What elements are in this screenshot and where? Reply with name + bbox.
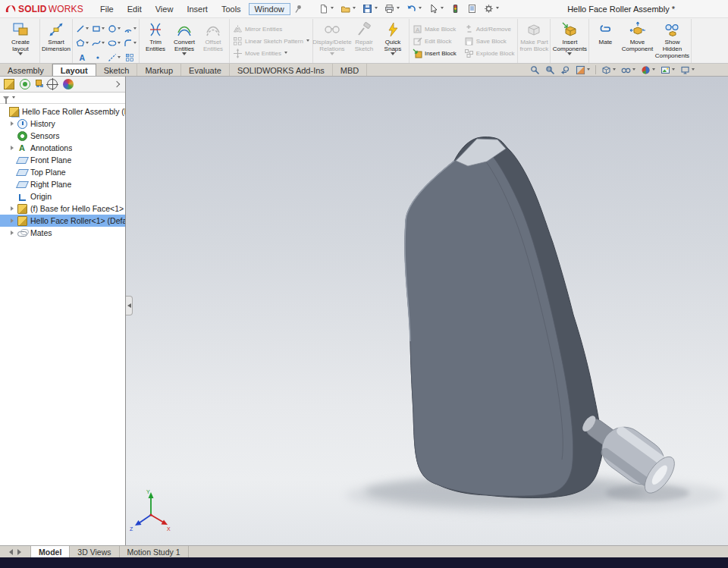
tree-item-sensors[interactable]: Sensors bbox=[0, 130, 125, 142]
dropdown-icon[interactable] bbox=[391, 52, 395, 58]
tab-evaluate[interactable]: Evaluate bbox=[181, 64, 230, 76]
centerline-tool-button[interactable] bbox=[106, 51, 121, 64]
model-body-front-face[interactable] bbox=[405, 146, 573, 496]
dropdown-icon[interactable] bbox=[567, 52, 572, 58]
dropdown-icon[interactable] bbox=[496, 7, 499, 11]
menu-file[interactable]: File bbox=[94, 3, 120, 15]
tab-layout[interactable]: Layout bbox=[52, 64, 96, 76]
show-hidden-components-button[interactable]: Show Hidden Components bbox=[654, 20, 689, 60]
dropdown-icon[interactable] bbox=[613, 68, 616, 72]
arc-tool-button[interactable] bbox=[122, 22, 137, 36]
save-button[interactable] bbox=[360, 2, 380, 15]
propertymanager-tab-icon[interactable] bbox=[20, 79, 30, 89]
tab-markup[interactable]: Markup bbox=[137, 64, 181, 76]
rebuild-button[interactable] bbox=[448, 2, 463, 15]
dropdown-icon[interactable] bbox=[86, 42, 89, 46]
trim-entities-button[interactable]: Trim Entities bbox=[141, 20, 170, 52]
configurationmanager-tab-icon[interactable] bbox=[36, 80, 42, 86]
offset-entities-button[interactable]: Offset Entities bbox=[199, 20, 228, 52]
dropdown-icon[interactable] bbox=[284, 52, 287, 55]
edit-block-button[interactable]: Edit Block bbox=[411, 36, 458, 46]
dropdown-icon[interactable] bbox=[330, 52, 334, 58]
model-3d-view[interactable]: Y X Z bbox=[126, 77, 728, 545]
dropdown-icon[interactable] bbox=[182, 52, 187, 58]
tree-item-roller-part[interactable]: Hello Face Roller<1> (Default bbox=[0, 215, 125, 227]
tree-item-origin[interactable]: Origin bbox=[0, 190, 125, 202]
dropdown-icon[interactable] bbox=[86, 27, 89, 31]
displaymanager-tab-icon[interactable] bbox=[63, 79, 74, 89]
make-part-from-block-button[interactable]: Make Part from Block bbox=[519, 20, 548, 52]
zoom-to-area-button[interactable] bbox=[545, 65, 555, 75]
linear-sketch-pattern-button[interactable]: Linear Sketch Pattern bbox=[231, 36, 311, 46]
dropdown-icon[interactable] bbox=[102, 27, 105, 31]
dropdown-icon[interactable] bbox=[118, 42, 121, 46]
mate-button[interactable]: Mate bbox=[591, 20, 620, 46]
dropdown-icon[interactable] bbox=[632, 68, 635, 72]
tree-item-assembly-root[interactable]: Hello Face Roller Assembly (Defa bbox=[0, 105, 125, 118]
tree-item-mates[interactable]: Mates bbox=[0, 227, 125, 239]
dropdown-icon[interactable] bbox=[375, 7, 378, 11]
tab-mbd[interactable]: MBD bbox=[333, 64, 367, 76]
tab-3d-views[interactable]: 3D Views bbox=[70, 546, 119, 557]
add-remove-button[interactable]: Add/Remove bbox=[463, 24, 516, 34]
edit-appearance-button[interactable] bbox=[641, 65, 655, 75]
menu-tools[interactable]: Tools bbox=[215, 3, 247, 15]
dropdown-icon[interactable] bbox=[353, 7, 356, 11]
display-delete-relations-button[interactable]: Display/Delete Relations bbox=[315, 20, 350, 58]
polygon-tool-button[interactable] bbox=[74, 36, 89, 50]
point-tool-button[interactable] bbox=[90, 51, 105, 64]
repair-sketch-button[interactable]: Repair Sketch bbox=[350, 20, 378, 52]
move-component-button[interactable]: Move Component bbox=[620, 20, 654, 52]
dropdown-icon[interactable] bbox=[12, 96, 15, 100]
panel-collapse-handle[interactable] bbox=[126, 296, 133, 315]
expand-icon[interactable] bbox=[11, 146, 16, 150]
menu-insert[interactable]: Insert bbox=[180, 3, 214, 15]
menu-view[interactable]: View bbox=[149, 3, 180, 15]
dropdown-icon[interactable] bbox=[419, 7, 422, 11]
line-tool-button[interactable] bbox=[74, 22, 89, 36]
dropdown-icon[interactable] bbox=[672, 68, 675, 72]
ellipse-tool-button[interactable] bbox=[106, 36, 121, 50]
quick-snaps-button[interactable]: Quick Snaps bbox=[378, 20, 407, 58]
tab-assembly[interactable]: Assembly bbox=[0, 64, 52, 76]
dropdown-icon[interactable] bbox=[692, 68, 695, 72]
previous-view-button[interactable] bbox=[560, 65, 570, 75]
explode-block-button[interactable]: Explode Block bbox=[463, 48, 516, 58]
spline-tool-button[interactable] bbox=[90, 36, 105, 50]
sketch-pattern-tool-button[interactable] bbox=[122, 51, 137, 64]
dropdown-icon[interactable] bbox=[102, 42, 105, 46]
undo-button[interactable] bbox=[404, 2, 424, 15]
view-settings-button[interactable] bbox=[680, 65, 695, 75]
select-button[interactable] bbox=[426, 2, 446, 15]
dropdown-icon[interactable] bbox=[652, 68, 655, 72]
tab-sketch[interactable]: Sketch bbox=[96, 64, 138, 76]
dropdown-icon[interactable] bbox=[587, 68, 590, 72]
pin-menu-icon[interactable] bbox=[293, 5, 303, 14]
section-view-button[interactable] bbox=[576, 65, 590, 75]
tab-motion-study-1[interactable]: Motion Study 1 bbox=[120, 546, 189, 557]
save-block-button[interactable]: Save Block bbox=[463, 36, 516, 46]
hide-show-items-button[interactable] bbox=[621, 65, 635, 75]
circle-tool-button[interactable] bbox=[106, 22, 121, 36]
display-style-button[interactable] bbox=[601, 65, 616, 75]
tab-scroll-right-icon[interactable] bbox=[17, 549, 24, 555]
dropdown-icon[interactable] bbox=[18, 52, 23, 58]
make-block-button[interactable]: A Make Block bbox=[411, 24, 458, 34]
mirror-entities-button[interactable]: Mirror Entities bbox=[231, 24, 311, 34]
menu-edit[interactable]: Edit bbox=[121, 3, 148, 15]
dropdown-icon[interactable] bbox=[306, 39, 309, 43]
expand-icon[interactable] bbox=[11, 231, 16, 235]
dropdown-icon[interactable] bbox=[118, 56, 121, 60]
smart-dimension-button[interactable]: Smart Dimension bbox=[42, 20, 71, 52]
tree-filter-bar[interactable] bbox=[0, 93, 125, 104]
tab-scroll-left-icon[interactable] bbox=[6, 549, 13, 555]
expand-icon[interactable] bbox=[11, 121, 16, 126]
dropdown-icon[interactable] bbox=[441, 7, 444, 11]
new-document-button[interactable] bbox=[316, 2, 336, 15]
dimxpertmanager-tab-icon[interactable] bbox=[47, 79, 58, 89]
tree-item-front-plane[interactable]: Front Plane bbox=[0, 154, 125, 166]
expand-icon[interactable] bbox=[11, 206, 16, 211]
dropdown-icon[interactable] bbox=[133, 42, 136, 46]
file-properties-button[interactable] bbox=[465, 2, 479, 15]
open-button[interactable] bbox=[338, 2, 358, 15]
